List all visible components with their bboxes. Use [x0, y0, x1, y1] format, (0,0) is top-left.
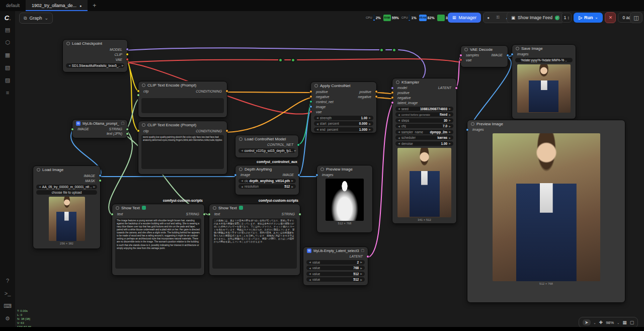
collapse-dot-icon[interactable] [320, 168, 324, 171]
reroute-node[interactable] [278, 58, 283, 62]
collapse-dot-icon[interactable] [239, 137, 243, 141]
collapse-dot-icon[interactable] [471, 122, 474, 126]
widget-value-3[interactable]: ◀value512▶ [306, 272, 365, 276]
output-slot-negative[interactable] [375, 95, 378, 98]
upload-button[interactable]: choose file to upload [36, 190, 97, 195]
output-slot-latent[interactable] [366, 255, 369, 258]
decrement-icon[interactable]: ▾ [568, 18, 570, 20]
node-ollama-prompt[interactable]: ⧉ MyLib-Ollama_prompt_ ▢ IMAGE STRING te… [72, 119, 128, 138]
sidebar-node-library-icon[interactable]: ⬡ [3, 38, 12, 47]
sidebar-toggle-icon[interactable]: ◫ [631, 15, 641, 21]
cancel-button[interactable]: ✕ [605, 12, 616, 23]
prev-icon[interactable]: ◀ [309, 267, 311, 270]
pointer-mode-chevron-icon[interactable]: ⌄ [594, 321, 596, 324]
reroute-node[interactable] [379, 48, 384, 52]
input-slot-image[interactable] [309, 105, 312, 108]
collapse-dot-icon[interactable] [66, 42, 70, 45]
widget-ckpt-name[interactable]: ◀SD1.5\beautifulRealistic_brav5_..▶ [66, 63, 124, 68]
collapse-dot-icon[interactable] [142, 123, 145, 127]
input-slot-clip[interactable] [137, 129, 140, 132]
next-icon[interactable]: ▶ [291, 185, 293, 188]
sidebar-model-library-icon[interactable]: ▦ [3, 50, 12, 59]
input-slot-positive[interactable] [309, 90, 312, 93]
prev-icon[interactable]: ◀ [398, 119, 400, 122]
prev-icon[interactable]: ◀ [68, 64, 70, 67]
collapse-dot-icon[interactable] [314, 84, 318, 88]
text-output[interactable]: The image features a young woman with sh… [115, 218, 201, 269]
next-icon[interactable]: ▶ [449, 113, 451, 116]
prev-icon[interactable]: ◀ [316, 116, 318, 119]
next-icon[interactable]: ▶ [94, 185, 96, 188]
collapse-box-icon[interactable]: ▢ [361, 249, 364, 253]
next-icon[interactable]: ▶ [122, 64, 124, 67]
widget-value-1[interactable]: ◀value2▶ [306, 260, 365, 265]
input-slot-image[interactable] [234, 174, 237, 177]
next-icon[interactable]: ▶ [449, 107, 451, 110]
output-slot-string[interactable] [203, 213, 206, 216]
widget-value-2[interactable]: ◀value768▶ [306, 266, 365, 270]
widget-strength[interactable]: ◀strength1.00▶ [314, 116, 373, 120]
node-load-image[interactable]: Load Image IMAGE MASK ◀AA_05_try_00000_m… [33, 166, 101, 249]
input-slot-text[interactable] [137, 94, 140, 97]
lock-icon[interactable]: ⚿ [493, 15, 503, 20]
node-save-image[interactable]: Save Image images %date:yyyy%-%date:MM%-… [512, 44, 576, 119]
shortcuts-icon[interactable]: ⌨ [3, 301, 12, 310]
input-slot-clip[interactable] [137, 90, 140, 93]
prev-icon[interactable]: ◀ [398, 130, 400, 133]
prev-icon[interactable]: ◀ [309, 261, 311, 264]
output-slot-text-jpn[interactable] [126, 132, 129, 135]
output-slot-conditioning[interactable] [225, 129, 228, 132]
zoom-chevron-icon[interactable]: ⌄ [617, 321, 619, 324]
output-slot-model[interactable] [126, 48, 129, 51]
next-icon[interactable]: ▶ [369, 128, 371, 131]
input-slot-latent-image[interactable] [391, 101, 394, 104]
collapse-box-icon[interactable]: ▢ [121, 121, 125, 125]
output-slot-conditioning[interactable] [225, 90, 228, 93]
input-slot-vae[interactable] [309, 110, 312, 113]
node-preview-image-depth[interactable]: Preview Image images 512 × 768 [316, 165, 373, 233]
widget-scheduler[interactable]: ◀schedulerkarras▶ [395, 135, 453, 140]
sidebar-workflows-icon[interactable]: ▧ [3, 63, 12, 72]
prompt-textarea[interactable] [141, 98, 224, 113]
widget-seed[interactable]: ◀seed108812908774803▶ [395, 107, 453, 111]
input-slot-positive[interactable] [391, 91, 394, 94]
output-slot-image[interactable] [297, 174, 300, 177]
reroute-node[interactable] [291, 58, 295, 62]
next-icon[interactable]: ▶ [369, 116, 371, 119]
manager-button[interactable]: ⊞ Manager [448, 13, 481, 23]
collapse-dot-icon[interactable] [37, 168, 40, 172]
input-slot-negative[interactable] [391, 96, 394, 99]
tab-default[interactable]: default [0, 0, 26, 11]
input-slot-text[interactable] [208, 213, 211, 216]
widget-controlnet-name[interactable]: ◀control_v11f1p_sd15_depth_fp1..▶ [238, 148, 295, 153]
input-slot-image[interactable] [71, 128, 74, 131]
next-icon[interactable]: ▶ [360, 267, 362, 270]
new-tab-button[interactable]: + [88, 2, 101, 9]
output-slot-mask[interactable] [99, 179, 102, 182]
batch-count-input[interactable]: 1 ▴▾ [561, 13, 572, 23]
graph-mode-dropdown[interactable]: ⧉ Graph ⌄ [19, 13, 53, 24]
widget-denoise[interactable]: ◀denoise1.00▶ [395, 141, 453, 146]
input-slot-samples[interactable] [459, 54, 462, 57]
next-icon[interactable]: ▶ [360, 278, 362, 281]
next-icon[interactable]: ▶ [449, 142, 451, 145]
widget-filename-prefix[interactable]: %date:yyyy%-%date:MM%-% .. [515, 58, 573, 62]
prev-icon[interactable]: ◀ [309, 272, 311, 275]
input-slot-images[interactable] [511, 53, 514, 56]
reroute-node[interactable] [392, 48, 396, 52]
terminal-icon[interactable]: >_ [3, 289, 12, 298]
node-ksampler[interactable]: KSampler model LATENT positive negative … [392, 78, 457, 224]
output-slot-string[interactable] [126, 128, 129, 131]
next-icon[interactable]: ▶ [294, 149, 296, 152]
collapse-dot-icon[interactable] [396, 80, 399, 84]
next-icon[interactable]: ▶ [449, 125, 451, 128]
input-slot-vae[interactable] [459, 58, 462, 61]
input-slot-images[interactable] [466, 128, 469, 131]
widget-ckpt[interactable]: ◀ckpt_depth_anything_vitl14.pth▶ [238, 179, 296, 183]
tab-active-workflow[interactable]: 1902_try_ollama_de... ● [26, 0, 88, 11]
node-empty-latent-select[interactable]: ⧉ MyLib-Empty_Latent_select3 ▢ LATENT ◀v… [303, 246, 368, 286]
node-show-text-1[interactable]: comfyui-custom-scripts Show Text text ST… [112, 204, 205, 276]
zoom-level[interactable]: 98% [606, 320, 614, 325]
comfyui-logo[interactable]: C⌄ [5, 14, 11, 22]
focus-mode-icon[interactable]: ▢ [630, 320, 634, 325]
